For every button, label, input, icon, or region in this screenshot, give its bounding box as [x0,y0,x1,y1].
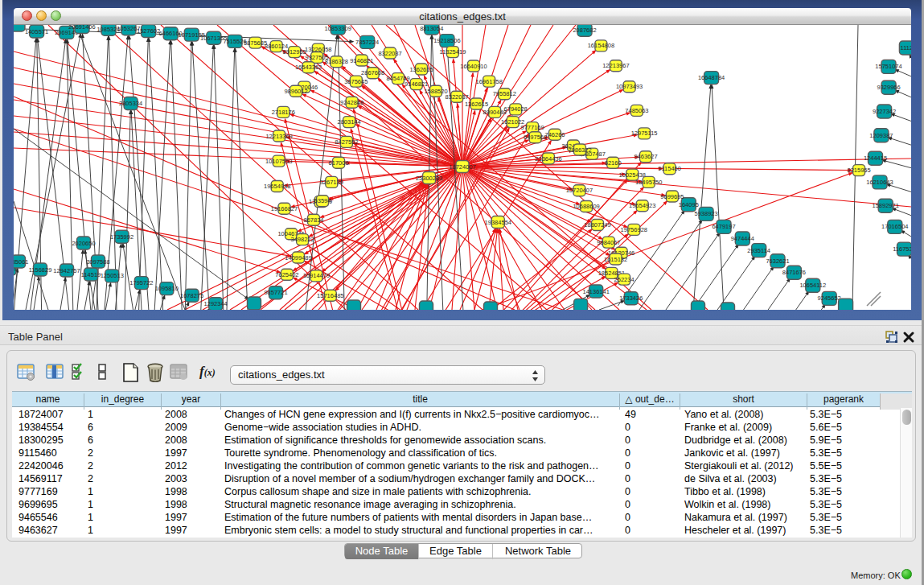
svg-text:9857721: 9857721 [264,289,287,296]
svg-text:3267130: 3267130 [320,179,343,186]
svg-text:7986322: 7986322 [568,146,591,154]
svg-text:11325419: 11325419 [439,48,466,56]
svg-text:1795722: 1795722 [129,279,153,286]
svg-text:2020650: 2020650 [72,240,95,247]
svg-text:7485063: 7485063 [625,107,648,114]
svg-text:17016504: 17016504 [881,223,908,230]
svg-text:7625402: 7625402 [275,271,298,278]
svg-text:15716485: 15716485 [317,292,343,299]
svg-text:1292344: 1292344 [204,300,228,307]
svg-text:1362615: 1362615 [409,66,433,73]
svg-text:9474444: 9474444 [731,235,754,242]
svg-text:6497568: 6497568 [524,134,547,141]
svg-text:1244415: 1244415 [864,154,887,162]
svg-text:1095810: 1095810 [155,285,179,292]
svg-text:53594: 53594 [314,197,331,204]
svg-text:746266: 746266 [544,131,565,138]
svg-text:1250513: 1250513 [101,272,124,279]
svg-text:9777169: 9777169 [520,124,544,131]
svg-text:10853309: 10853309 [325,25,351,32]
svg-text:9227342: 9227342 [873,108,896,115]
svg-text:2718176: 2718176 [272,109,295,116]
svg-text:7955812: 7955812 [493,90,516,97]
svg-text:1735992: 1735992 [110,233,133,241]
svg-text:3675645: 3675645 [344,78,368,85]
svg-text:335061: 335061 [14,258,29,266]
svg-text:7632621: 7632621 [766,257,789,265]
svg-text:1112: 1112 [901,44,911,51]
svg-text:6794028: 6794028 [504,105,528,113]
svg-text:867834: 867834 [303,216,323,224]
svg-text:25300203: 25300203 [416,175,442,182]
svg-text:6479197: 6479197 [712,223,735,230]
svg-text:9115460: 9115460 [658,165,681,172]
svg-text:12942757: 12942757 [53,267,80,274]
svg-text:3097588: 3097588 [86,258,109,266]
svg-text:252234: 252234 [614,276,634,283]
svg-text:8471676: 8471676 [782,269,806,276]
svg-text:14099489: 14099489 [285,254,311,262]
svg-text:9245652: 9245652 [818,295,841,302]
svg-text:16154808: 16154808 [588,42,614,49]
svg-text:1362615: 1362615 [465,101,488,108]
svg-text:1167535: 1167535 [893,245,911,253]
svg-text:19384554: 19384554 [485,219,511,226]
svg-text:9242848: 9242848 [340,99,363,106]
svg-text:8912955: 8912955 [283,48,306,56]
svg-text:16543362: 16543362 [295,64,322,71]
svg-text:7857224: 7857224 [355,39,379,46]
svg-text:9329966: 9329966 [877,84,900,91]
svg-text:2935114: 2935114 [747,247,770,254]
svg-text:19654923: 19654923 [629,202,655,209]
svg-text:12975115: 12975115 [631,130,658,137]
svg-text:2803144: 2803144 [337,118,360,126]
svg-text:19218506: 19218506 [433,37,460,44]
svg-text:8990448: 8990448 [483,109,507,116]
svg-text:8322037: 8322037 [446,93,469,101]
svg-text:19654988: 19654988 [264,183,290,190]
svg-text:10654112: 10654112 [799,282,826,289]
svg-text:2805334: 2805334 [119,100,142,107]
svg-text:15892971: 15892971 [873,202,899,209]
svg-text:8322037: 8322037 [378,50,401,57]
svg-text:8186328: 8186328 [325,58,348,65]
svg-text:1156829: 1156829 [29,266,52,274]
svg-text:5938923: 5938923 [694,210,717,217]
svg-text:16648784: 16648784 [698,74,725,81]
svg-text:10025438: 10025438 [619,171,646,179]
svg-text:3498222: 3498222 [290,236,314,243]
svg-text:1588520: 1588520 [424,88,447,95]
svg-text:16961758: 16961758 [476,78,503,85]
svg-text:9084067: 9084067 [597,239,620,246]
svg-text:19756928: 19756928 [621,226,647,233]
svg-text:164095: 164095 [679,201,699,208]
svg-text:16640910: 16640910 [460,63,487,70]
svg-text:1733426: 1733426 [619,295,643,302]
svg-text:12213967: 12213967 [602,62,629,69]
svg-text:1615132: 1615132 [604,256,627,263]
svg-text:21364436: 21364436 [535,155,561,163]
svg-text:1678275: 1678275 [180,292,203,299]
svg-text:10688609: 10688609 [573,203,599,210]
svg-text:18724007: 18724007 [449,163,475,171]
svg-text:9146821: 9146821 [350,57,373,64]
svg-text:10973493: 10973493 [616,83,643,90]
svg-text:16210643: 16210643 [866,179,893,186]
svg-text:2867608: 2867608 [361,69,384,76]
svg-text:9146821: 9146821 [405,80,428,88]
svg-text:8427552: 8427552 [335,138,358,146]
svg-text:16914479: 16914479 [303,272,330,279]
svg-text:14136141: 14136141 [583,288,610,295]
svg-text:1405571: 1405571 [25,28,48,35]
svg-text:5875685: 5875685 [244,39,267,47]
svg-text:9463627: 9463627 [634,153,657,160]
svg-text:617006: 617006 [329,159,349,167]
svg-text:18807249: 18807249 [584,221,610,229]
svg-text:12213369: 12213369 [265,133,292,140]
svg-text:62160: 62160 [605,159,622,167]
svg-text:2087682: 2087682 [573,27,596,34]
svg-text:9896012: 9896012 [284,88,307,95]
svg-text:20691406: 20691406 [68,25,95,31]
svg-text:15751074: 15751074 [875,63,901,70]
svg-text:15720407: 15720407 [566,187,593,194]
